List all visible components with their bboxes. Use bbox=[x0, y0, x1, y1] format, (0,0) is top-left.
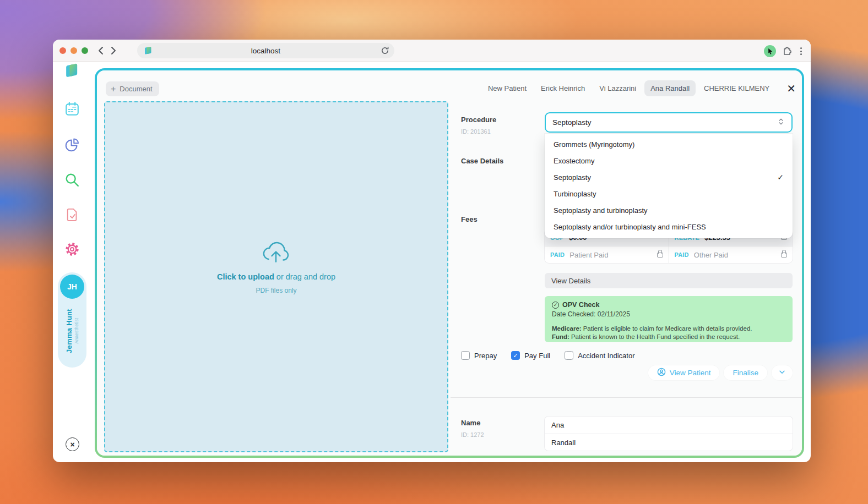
paid-chip: PAID bbox=[675, 251, 689, 258]
site-favicon bbox=[143, 46, 153, 56]
lock-icon bbox=[657, 253, 663, 258]
dropdown-option[interactable]: Exostectomy bbox=[545, 152, 793, 169]
app-frame: + Document Click to upload or drag and d… bbox=[95, 68, 804, 458]
tab-new-patient[interactable]: New Patient bbox=[482, 80, 533, 96]
dropdown-option-selected[interactable]: Septoplasty✓ bbox=[545, 169, 793, 185]
prepay-checkbox[interactable]: Prepay bbox=[461, 351, 497, 360]
more-actions-button[interactable] bbox=[772, 365, 793, 380]
upload-cloud-icon bbox=[259, 257, 293, 266]
traffic-lights bbox=[59, 47, 88, 54]
patient-paid-field[interactable]: PAID bbox=[545, 246, 669, 263]
user-role: Anaesthetist bbox=[74, 318, 79, 344]
current-user-card[interactable]: JH Jemma Hunt Anaesthetist bbox=[58, 272, 86, 368]
other-paid-input[interactable] bbox=[694, 251, 776, 259]
patient-tabs: New Patient Erick Heinrich Vi Lazzarini … bbox=[482, 80, 799, 96]
minimize-window-button[interactable] bbox=[70, 47, 77, 54]
close-window-button[interactable] bbox=[59, 47, 66, 54]
plus-icon: + bbox=[111, 84, 116, 94]
case-details-label: Case Details bbox=[461, 157, 503, 165]
checkbox-unchecked[interactable] bbox=[565, 351, 573, 360]
section-divider bbox=[451, 397, 802, 398]
checkmark-icon: ✓ bbox=[777, 173, 784, 182]
procedure-select[interactable]: Septoplasty bbox=[545, 112, 793, 133]
lock-icon bbox=[781, 253, 787, 258]
gear-icon[interactable] bbox=[64, 241, 80, 258]
accident-indicator-checkbox[interactable]: Accident Indicator bbox=[565, 351, 634, 360]
tab-ana-randall[interactable]: Ana Randall bbox=[644, 80, 696, 96]
check-circle-icon: ✓ bbox=[552, 302, 559, 309]
dropdown-option[interactable]: Turbinoplasty bbox=[545, 185, 793, 202]
procedure-label: Procedure bbox=[461, 116, 496, 124]
dropzone-subtitle: PDF files only bbox=[217, 287, 335, 294]
name-card bbox=[545, 417, 793, 451]
search-icon[interactable] bbox=[64, 172, 80, 188]
tab-erick-heinrich[interactable]: Erick Heinrich bbox=[535, 80, 591, 96]
url-text: localhost bbox=[137, 47, 394, 55]
browser-chrome: localhost bbox=[53, 40, 811, 62]
opv-medicare-line: Medicare:Patient is eligible to claim fo… bbox=[552, 325, 785, 333]
case-panel: New Patient Erick Heinrich Vi Lazzarini … bbox=[453, 70, 802, 456]
avatar: JH bbox=[60, 275, 84, 299]
forward-icon[interactable] bbox=[107, 44, 120, 57]
opv-title: OPV Check bbox=[562, 301, 599, 309]
user-name: Jemma Hunt bbox=[65, 309, 73, 353]
tab-vi-lazzarini[interactable]: Vi Lazzarini bbox=[593, 80, 642, 96]
pdf-dropzone[interactable]: Click to upload or drag and drop PDF fil… bbox=[104, 101, 448, 452]
opv-check-notice: ✓ OPV Check Date Checked: 02/11/2025 Med… bbox=[545, 296, 793, 342]
chevron-down-icon bbox=[778, 368, 786, 377]
procedure-dropdown: Grommets (Myringotomy) Exostectomy Septo… bbox=[545, 134, 793, 238]
name-label: Name bbox=[461, 419, 480, 427]
dropdown-option[interactable]: Grommets (Myringotomy) bbox=[545, 136, 793, 152]
pie-chart-icon[interactable] bbox=[64, 136, 80, 153]
calendar-icon[interactable] bbox=[64, 101, 80, 117]
zoom-window-button[interactable] bbox=[82, 47, 88, 54]
pay-full-checkbox[interactable]: ✓ Pay Full bbox=[511, 351, 550, 360]
patient-paid-input[interactable] bbox=[569, 251, 652, 259]
back-icon[interactable] bbox=[94, 44, 107, 57]
payment-options: Prepay ✓ Pay Full Accident Indicator bbox=[461, 351, 635, 360]
document-check-icon[interactable] bbox=[64, 206, 80, 223]
select-updown-icon bbox=[777, 117, 785, 128]
tab-cherrie-kilmeny[interactable]: CHERRIE KILMENY bbox=[698, 80, 775, 96]
person-icon bbox=[657, 368, 666, 378]
first-name-input[interactable] bbox=[551, 421, 786, 429]
extensions-icon[interactable] bbox=[782, 45, 793, 58]
procedure-id: ID: 201361 bbox=[461, 128, 491, 135]
close-tab-icon[interactable]: ✕ bbox=[783, 83, 799, 94]
app-logo[interactable] bbox=[64, 62, 80, 79]
checkbox-unchecked[interactable] bbox=[461, 351, 470, 360]
view-details-button[interactable]: View Details bbox=[545, 273, 793, 288]
last-name-input[interactable] bbox=[551, 439, 786, 447]
recording-cursor-icon[interactable] bbox=[764, 45, 776, 57]
finalise-button[interactable]: Finalise bbox=[724, 365, 767, 380]
dropdown-option[interactable]: Septoplasty and turbinoplasty bbox=[545, 202, 793, 218]
view-patient-button[interactable]: View Patient bbox=[648, 365, 720, 380]
other-paid-field[interactable]: PAID bbox=[669, 246, 793, 263]
reload-icon[interactable] bbox=[381, 46, 389, 55]
browser-menu-icon[interactable] bbox=[798, 46, 804, 56]
paid-chip: PAID bbox=[550, 251, 565, 258]
checkbox-checked[interactable]: ✓ bbox=[511, 351, 520, 360]
patient-id: ID: 1272 bbox=[461, 431, 484, 438]
logout-close-icon[interactable]: × bbox=[66, 437, 79, 451]
add-document-button[interactable]: + Document bbox=[106, 81, 159, 96]
dropzone-title: Click to upload or drag and drop bbox=[217, 272, 335, 281]
address-bar[interactable]: localhost bbox=[137, 43, 394, 58]
procedure-selected-value: Septoplasty bbox=[552, 118, 777, 127]
dropdown-option[interactable]: Septoplasty and/or turbinoplasty and min… bbox=[545, 218, 793, 235]
browser-window: localhost bbox=[53, 40, 811, 462]
opv-date: Date Checked: 02/11/2025 bbox=[552, 310, 785, 318]
fees-label: Fees bbox=[461, 215, 478, 223]
opv-fund-line: Fund:Patient is known to the Health Fund… bbox=[552, 333, 785, 341]
